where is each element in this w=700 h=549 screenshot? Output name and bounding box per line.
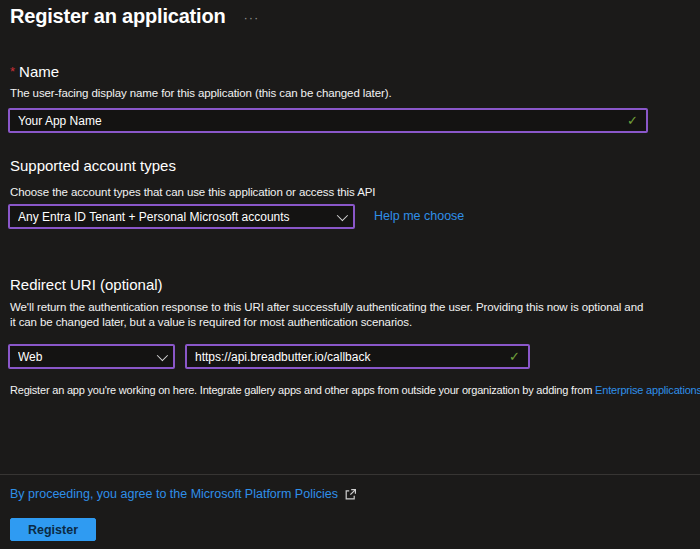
account-types-dropdown[interactable]: Any Entra ID Tenant + Personal Microsoft… (8, 204, 355, 229)
redirect-platform-selected-value: Web (18, 350, 151, 364)
section-divider (0, 474, 700, 475)
page-header: Register an application ··· (10, 5, 259, 28)
redirect-platform-dropdown[interactable]: Web (8, 344, 175, 369)
register-button[interactable]: Register (10, 518, 96, 541)
account-types-description: Choose the account types that can use th… (10, 185, 375, 200)
name-section-label: *Name (10, 63, 59, 81)
help-me-choose-link[interactable]: Help me choose (374, 209, 464, 223)
account-types-selected-value: Any Entra ID Tenant + Personal Microsoft… (18, 210, 331, 224)
chevron-down-icon (337, 209, 348, 220)
name-label-text: Name (19, 63, 59, 80)
redirect-uri-label: Redirect URI (optional) (10, 276, 163, 293)
enterprise-applications-link[interactable]: Enterprise applications. (595, 384, 700, 396)
redirect-uri-description: We'll return the authentication response… (10, 300, 650, 330)
name-description: The user-facing display name for this ap… (10, 86, 392, 101)
more-options-button[interactable]: ··· (243, 11, 259, 24)
policy-row: By proceeding, you agree to the Microsof… (10, 487, 357, 501)
page-title: Register an application (10, 5, 225, 28)
required-asterisk: * (10, 64, 15, 79)
external-link-icon (344, 488, 357, 501)
valid-check-icon: ✓ (627, 113, 638, 128)
chevron-down-icon (157, 349, 168, 360)
app-name-field[interactable]: ✓ (8, 108, 648, 133)
platform-policies-link[interactable]: By proceeding, you agree to the Microsof… (10, 487, 338, 501)
register-note: Register an app you're working on here. … (10, 384, 700, 396)
app-name-input[interactable] (18, 114, 621, 128)
account-types-label: Supported account types (10, 157, 176, 174)
register-note-text: Register an app you're working on here. … (10, 384, 595, 396)
redirect-uri-field[interactable]: ✓ (185, 344, 530, 369)
valid-check-icon: ✓ (509, 349, 520, 364)
redirect-uri-input[interactable] (195, 350, 503, 364)
